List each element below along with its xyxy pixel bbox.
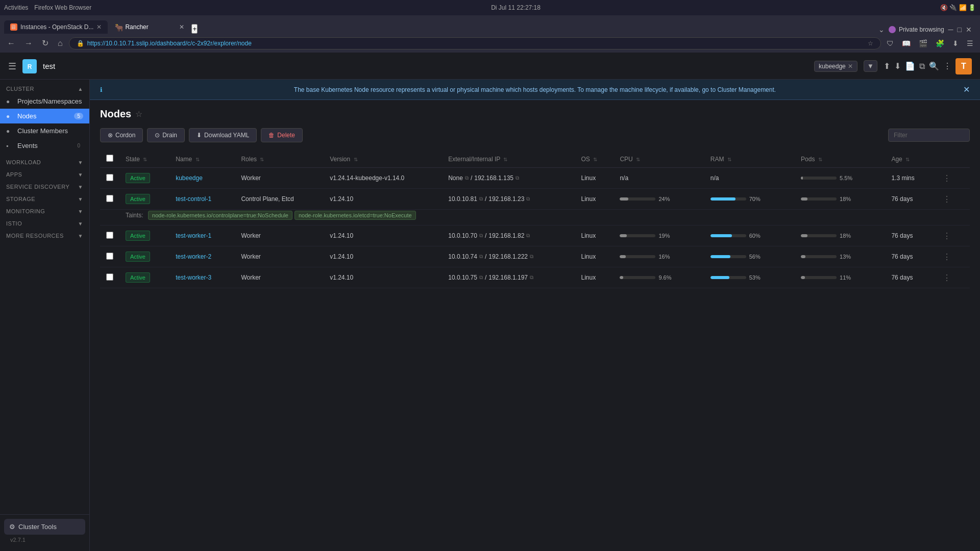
user-avatar[interactable]: T xyxy=(955,58,972,74)
node-link[interactable]: test-control-1 xyxy=(176,195,211,203)
name-cell[interactable]: kubeedge xyxy=(169,168,235,189)
select-all-checkbox[interactable] xyxy=(106,155,113,162)
row-check-col[interactable] xyxy=(100,246,119,267)
sidebar-item-nodes[interactable]: ● Nodes 5 xyxy=(0,109,89,123)
copy-internal-ip-icon[interactable]: ⧉ xyxy=(526,196,530,202)
copy-internal-ip-icon[interactable]: ⧉ xyxy=(530,254,533,260)
name-cell[interactable]: test-worker-1 xyxy=(169,226,235,246)
hamburger-menu[interactable]: ☰ xyxy=(8,61,16,72)
tab-list-dropdown[interactable]: ⌄ xyxy=(878,26,885,34)
new-tab-button[interactable]: + xyxy=(191,24,198,34)
download-yaml-button[interactable]: ⬇ Download YAML xyxy=(189,128,257,142)
copy-external-ip-icon[interactable]: ⧉ xyxy=(479,233,483,239)
select-all-col[interactable] xyxy=(100,151,119,168)
file-icon[interactable]: 📄 xyxy=(905,61,915,71)
node-link[interactable]: test-worker-1 xyxy=(176,232,211,239)
search-header-icon[interactable]: 🔍 xyxy=(929,61,939,71)
bookmark-icon[interactable]: ☆ xyxy=(868,40,873,47)
row-actions-menu[interactable]: ⋮ xyxy=(940,231,954,241)
filter-tag-close[interactable]: ✕ xyxy=(848,63,853,70)
upload-icon[interactable]: ⬆ xyxy=(884,61,890,71)
row-actions-col[interactable]: ⋮ xyxy=(934,168,970,189)
download-icon[interactable]: ⬇ xyxy=(894,61,901,71)
filter-tag-kubeedge[interactable]: kubeedge ✕ xyxy=(814,61,857,72)
back-button[interactable]: ← xyxy=(4,37,18,50)
os-col-header[interactable]: OS ⇅ xyxy=(575,151,614,168)
row-checkbox-1[interactable] xyxy=(106,195,113,202)
age-col-header[interactable]: Age ⇅ xyxy=(885,151,934,168)
row-check-col[interactable] xyxy=(100,267,119,288)
ip-col-header[interactable]: External/Internal IP ⇅ xyxy=(442,151,575,168)
close-banner-button[interactable]: ✕ xyxy=(963,85,970,94)
favorite-star-icon[interactable]: ☆ xyxy=(135,109,142,119)
copy-external-ip-icon[interactable]: ⧉ xyxy=(479,254,483,260)
cordon-button[interactable]: ⊗ Cordon xyxy=(100,128,143,142)
name-cell[interactable]: test-control-1 xyxy=(169,189,235,210)
copy-external-ip-icon[interactable]: ⧉ xyxy=(479,274,483,281)
tab-rancher[interactable]: 🐂 Rancher ✕ xyxy=(109,20,190,34)
name-cell[interactable]: test-worker-3 xyxy=(169,267,235,288)
istio-group-header[interactable]: Istio ▼ xyxy=(0,216,89,229)
cluster-tools-button[interactable]: ⚙ Cluster Tools xyxy=(4,519,85,535)
shield-icon[interactable]: 🛡 xyxy=(884,37,896,49)
version-col-header[interactable]: Version ⇅ xyxy=(324,151,442,168)
row-actions-menu[interactable]: ⋮ xyxy=(940,194,954,205)
row-actions-col[interactable]: ⋮ xyxy=(934,246,970,267)
row-actions-col[interactable]: ⋮ xyxy=(934,226,970,246)
reload-button[interactable]: ↻ xyxy=(39,36,52,50)
cluster-group-header[interactable]: Cluster ▲ xyxy=(0,82,89,94)
filter-dropdown[interactable]: ▼ xyxy=(864,60,877,72)
pods-col-header[interactable]: Pods ⇅ xyxy=(795,151,885,168)
monitoring-group-header[interactable]: Monitoring ▼ xyxy=(0,204,89,216)
copy-header-icon[interactable]: ⧉ xyxy=(919,62,925,71)
copy-internal-ip-icon[interactable]: ⧉ xyxy=(516,175,519,181)
more-menu-icon[interactable]: ⋮ xyxy=(943,61,951,71)
reader-icon[interactable]: 📖 xyxy=(899,37,913,49)
row-check-col[interactable] xyxy=(100,168,119,189)
minimize-button[interactable]: ─ xyxy=(948,26,953,34)
browser-menu-icon[interactable]: ☰ xyxy=(964,37,976,49)
row-actions-col[interactable]: ⋮ xyxy=(934,189,970,210)
row-actions-menu[interactable]: ⋮ xyxy=(940,173,954,184)
forward-button[interactable]: → xyxy=(21,37,36,50)
activities-label[interactable]: Activities xyxy=(4,4,28,11)
node-link[interactable]: test-worker-2 xyxy=(176,253,211,260)
state-col-header[interactable]: State ⇅ xyxy=(119,151,169,168)
copy-external-ip-icon[interactable]: ⧉ xyxy=(479,196,483,202)
maximize-button[interactable]: □ xyxy=(958,26,962,34)
row-actions-menu[interactable]: ⋮ xyxy=(940,272,954,283)
row-actions-menu[interactable]: ⋮ xyxy=(940,252,954,262)
drain-button[interactable]: ⊙ Drain xyxy=(147,128,185,142)
node-link[interactable]: kubeedge xyxy=(176,174,203,182)
more-resources-group-header[interactable]: More Resources ▼ xyxy=(0,229,89,241)
copy-internal-ip-icon[interactable]: ⧉ xyxy=(530,274,533,281)
download-nav-icon[interactable]: ⬇ xyxy=(950,37,961,49)
node-link[interactable]: test-worker-3 xyxy=(176,274,211,281)
row-checkbox-2[interactable] xyxy=(106,232,113,239)
workload-group-header[interactable]: Workload ▼ xyxy=(0,155,89,167)
filter-input[interactable] xyxy=(888,129,970,142)
ram-col-header[interactable]: RAM ⇅ xyxy=(704,151,795,168)
row-checkbox-0[interactable] xyxy=(106,174,113,181)
sidebar-item-projects[interactable]: ● Projects/Namespaces xyxy=(0,94,89,109)
tab-instances-close[interactable]: ✕ xyxy=(96,23,102,31)
apps-group-header[interactable]: Apps ▼ xyxy=(0,167,89,180)
copy-external-ip-icon[interactable]: ⧉ xyxy=(465,175,469,181)
close-button[interactable]: ✕ xyxy=(966,26,972,34)
row-actions-col[interactable]: ⋮ xyxy=(934,267,970,288)
copy-internal-ip-icon[interactable]: ⧉ xyxy=(526,233,530,239)
row-checkbox-3[interactable] xyxy=(106,253,113,260)
sidebar-item-cluster-members[interactable]: ● Cluster Members xyxy=(0,123,89,138)
row-checkbox-4[interactable] xyxy=(106,273,113,281)
name-col-header[interactable]: Name ⇅ xyxy=(169,151,235,168)
row-check-col[interactable] xyxy=(100,189,119,210)
tab-rancher-close[interactable]: ✕ xyxy=(179,23,184,31)
storage-group-header[interactable]: Storage ▼ xyxy=(0,192,89,204)
name-cell[interactable]: test-worker-2 xyxy=(169,246,235,267)
home-button[interactable]: ⌂ xyxy=(55,37,66,50)
tab-instances[interactable]: 🖥 Instances - OpenStack D... ✕ xyxy=(4,20,108,34)
cpu-col-header[interactable]: CPU ⇅ xyxy=(614,151,704,168)
extensions-icon[interactable]: 🧩 xyxy=(933,37,947,49)
roles-col-header[interactable]: Roles ⇅ xyxy=(235,151,324,168)
sidebar-item-events[interactable]: ▪ Events 0 xyxy=(0,138,89,153)
